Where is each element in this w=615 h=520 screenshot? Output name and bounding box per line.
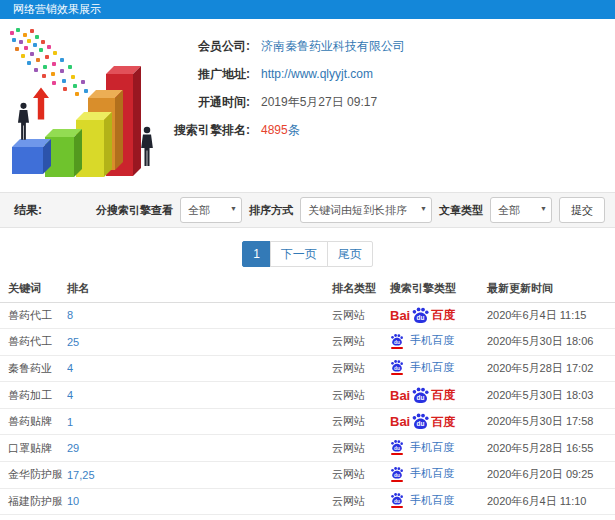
update-time-cell: 2020年6月20日 09:25 (487, 462, 615, 489)
baidu-mobile-logo: du 手机百度 (390, 333, 454, 349)
col-keyword: 关键词 (0, 276, 67, 302)
rank-cell: 10 (67, 488, 332, 515)
update-time-cell (487, 515, 615, 520)
company-label: 会员公司: (172, 38, 250, 55)
baidu-mobile-underline (391, 373, 403, 375)
rank-type-cell: 云网站 (332, 355, 390, 382)
info-row-ranking-count: 搜索引擎排名: 4895条 (172, 116, 405, 144)
rank-type-cell: 云网站 (332, 382, 390, 409)
update-time-cell: 2020年5月30日 17:58 (487, 408, 615, 435)
update-time-cell: 2020年5月30日 18:03 (487, 382, 615, 409)
col-rank: 排名 (67, 276, 332, 302)
table-row: 口罩贴牌29云网站 du 手机百度 2020年5月28日 16:55 (0, 435, 615, 462)
update-time-cell: 2020年6月4日 11:15 (487, 302, 615, 329)
promo-url-link[interactable]: http://www.qlyyjt.com (261, 67, 373, 81)
growth-chart-illustration (0, 19, 172, 184)
rank-link[interactable]: 8 (67, 309, 73, 321)
company-name-link[interactable]: 济南秦鲁药业科技有限公司 (261, 39, 405, 53)
keyword-cell: 兽药代工 (0, 302, 67, 329)
submit-button[interactable]: 提交 (559, 197, 605, 223)
rank-cell: 4 (67, 382, 332, 409)
bar-blue (12, 147, 43, 174)
baidu-mobile-underline (391, 480, 403, 482)
rank-type-cell (332, 515, 390, 520)
page-title: 网络营销效果展示 (13, 3, 101, 15)
table-row: 兽药代工8云网站 Bai du 百度 2020年6月4日 11:15 (0, 302, 615, 329)
baidu-mobile-underline (391, 506, 403, 508)
rank-link[interactable]: 4 (67, 362, 73, 374)
rank-type-cell: 云网站 (332, 462, 390, 489)
table-row: 福建防护服10云网站 du 手机百度 2020年6月4日 11:10 (0, 488, 615, 515)
rank-link[interactable]: 17,25 (67, 469, 95, 481)
rank-link[interactable]: 10 (67, 495, 79, 507)
up-arrow-icon (33, 87, 49, 124)
results-label: 结果: (14, 202, 42, 219)
rank-cell: 25 (67, 329, 332, 356)
company-info-section: 会员公司: 济南秦鲁药业科技有限公司 推广地址: http://www.qlyy… (0, 19, 615, 192)
baidu-mobile-logo: du 手机百度 (390, 359, 454, 375)
baidu-pc-logo: Bai du 百度 (390, 412, 455, 431)
businessman-icon (138, 124, 156, 174)
rank-link[interactable]: 29 (67, 442, 79, 454)
rank-cell: 1 (67, 408, 332, 435)
engine-cell: du 手机百度 (390, 355, 487, 382)
keyword-cell (0, 515, 67, 520)
baidu-pc-logo: Bai du 百度 (390, 306, 455, 325)
filter-controls: 分搜索引擎查看 全部 排序方式 关键词由短到长排序 文章类型 全部 提交 (96, 197, 605, 223)
ranking-count-value: 4895 (261, 123, 288, 137)
promo-url-label: 推广地址: (172, 66, 250, 83)
svg-text:du: du (394, 499, 400, 504)
rank-type-cell: 云网站 (332, 302, 390, 329)
article-type-select[interactable]: 全部 (490, 197, 552, 223)
svg-text:du: du (394, 472, 400, 477)
rank-type-cell: 云网站 (332, 408, 390, 435)
info-row-company: 会员公司: 济南秦鲁药业科技有限公司 (172, 32, 405, 60)
baidu-mobile-logo: du 手机百度 (390, 466, 454, 482)
rank-type-cell: 云网站 (332, 435, 390, 462)
engine-select[interactable]: 全部 (180, 197, 242, 223)
baidu-pc-logo: Bai du 百度 (390, 386, 455, 405)
keyword-cell: 兽药加工 (0, 382, 67, 409)
rank-link[interactable]: 4 (67, 389, 73, 401)
engine-cell: du 手机百度 (390, 515, 487, 520)
svg-text:du: du (394, 340, 400, 345)
last-page-button[interactable]: 尾页 (327, 241, 373, 267)
sort-filter-label: 排序方式 (249, 203, 293, 218)
rank-type-cell: 云网站 (332, 488, 390, 515)
update-time-cell: 2020年5月30日 18:06 (487, 329, 615, 356)
baidu-mobile-underline (391, 453, 403, 455)
businessman-icon (15, 101, 32, 147)
ranking-count-suffix: 条 (288, 123, 300, 137)
results-table-body: 兽药代工8云网站 Bai du 百度 2020年6月4日 11:15兽药代工25… (0, 302, 615, 520)
rank-cell: 4 (67, 355, 332, 382)
col-rank-type: 排名类型 (332, 276, 390, 302)
table-row: du 手机百度 (0, 515, 615, 520)
engine-cell: du 手机百度 (390, 462, 487, 489)
filter-bar: 结果: 分搜索引擎查看 全部 排序方式 关键词由短到长排序 文章类型 全部 提交 (0, 192, 615, 228)
baidu-mobile-underline (391, 347, 403, 349)
table-row: 兽药加工4云网站 Bai du 百度 2020年5月30日 18:03 (0, 382, 615, 409)
baidu-mobile-logo: du 手机百度 (390, 439, 454, 455)
table-row: 兽药代工25云网站 du 手机百度 2020年5月30日 18:06 (0, 329, 615, 356)
svg-text:du: du (394, 446, 400, 451)
pagination: 1 下一页 尾页 (0, 241, 615, 267)
ranking-count-label: 搜索引擎排名: (172, 122, 250, 139)
rank-cell: 8 (67, 302, 332, 329)
rank-link[interactable]: 1 (67, 416, 73, 428)
next-page-button[interactable]: 下一页 (270, 241, 328, 267)
table-row: 兽药贴牌1云网站 Bai du 百度 2020年5月30日 17:58 (0, 408, 615, 435)
sort-select[interactable]: 关键词由短到长排序 (300, 197, 432, 223)
engine-cell: Bai du 百度 (390, 408, 487, 435)
keyword-cell: 兽药代工 (0, 329, 67, 356)
rank-link[interactable]: 25 (67, 336, 79, 348)
confetti-decoration (10, 31, 14, 35)
svg-text:du: du (394, 366, 400, 371)
keyword-cell: 口罩贴牌 (0, 435, 67, 462)
engine-cell: Bai du 百度 (390, 302, 487, 329)
page-1-button[interactable]: 1 (242, 241, 271, 267)
col-engine-type: 搜索引擎类型 (390, 276, 487, 302)
rank-cell: 29 (67, 435, 332, 462)
open-time-value: 2019年5月27日 09:17 (261, 94, 377, 111)
article-type-label: 文章类型 (439, 203, 483, 218)
baidu-mobile-logo: du 手机百度 (390, 492, 454, 508)
